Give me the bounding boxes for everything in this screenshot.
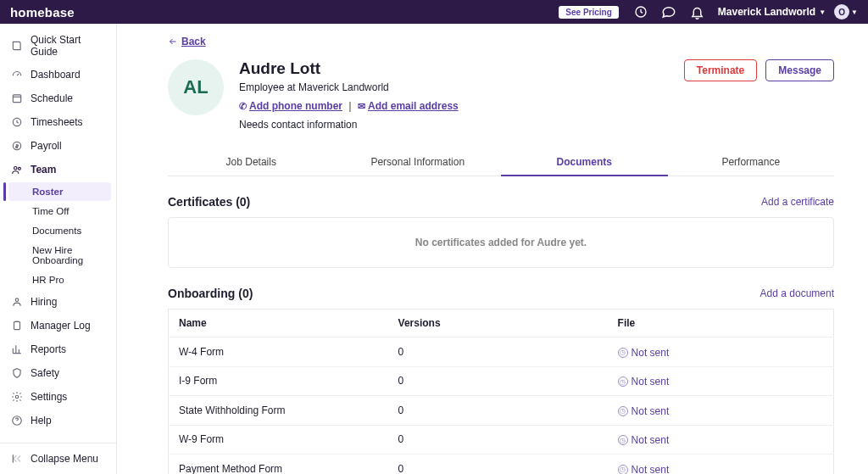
sidebar-item-schedule[interactable]: Schedule: [0, 86, 116, 110]
doc-file-status[interactable]: ◷Not sent: [618, 434, 670, 446]
person-icon: [10, 295, 24, 309]
chevron-down-icon: ▼: [851, 8, 858, 16]
contact-warning: Needs contact information: [239, 119, 459, 131]
doc-versions: 0: [388, 454, 608, 475]
terminate-button[interactable]: Terminate: [684, 59, 757, 81]
doc-file-status[interactable]: ◷Not sent: [618, 405, 670, 417]
doc-versions: 0: [388, 337, 608, 367]
history-icon[interactable]: [634, 5, 648, 19]
doc-file-status[interactable]: ◷Not sent: [618, 347, 670, 359]
sidebar-subitem-roster[interactable]: Roster: [8, 182, 111, 201]
collapse-label: Collapse Menu: [31, 453, 98, 465]
doc-name: State Withholding Form: [169, 396, 388, 426]
table-row: W-4 Form0◷Not sent: [169, 337, 834, 367]
add-document-link[interactable]: Add a document: [760, 287, 834, 299]
team-icon: [10, 163, 24, 176]
sidebar-item-team[interactable]: Team: [0, 158, 116, 181]
table-row: State Withholding Form0◷Not sent: [169, 396, 834, 426]
onboarding-title: Onboarding (0): [168, 287, 253, 300]
certificates-empty: No certificates added for Audre yet.: [168, 217, 834, 268]
phone-icon: ✆: [239, 101, 247, 111]
doc-file-status[interactable]: ◷Not sent: [618, 464, 670, 475]
sidebar-item-label: Team: [31, 164, 56, 176]
sidebar-item-timesheets[interactable]: Timesheets: [0, 110, 116, 134]
sidebar-item-label: Quick Start Guide: [31, 34, 106, 58]
sidebar-item-dashboard[interactable]: Dashboard: [0, 63, 116, 86]
col-file: File: [608, 309, 834, 337]
doc-versions: 0: [388, 425, 608, 454]
tab-performance[interactable]: Performance: [668, 149, 835, 176]
dollar-icon: [10, 139, 24, 153]
sidebar-item-label: Reports: [31, 343, 66, 355]
clipboard-icon: [10, 319, 24, 332]
bell-icon[interactable]: [690, 5, 704, 20]
col-versions: Versions: [388, 309, 608, 337]
book-icon: [10, 39, 24, 53]
sidebar-item-managerlog[interactable]: Manager Log: [0, 314, 116, 337]
svg-rect-1: [13, 95, 20, 103]
back-link[interactable]: Back: [168, 36, 206, 47]
message-button[interactable]: Message: [765, 59, 834, 81]
svg-point-5: [18, 167, 20, 170]
add-phone-link[interactable]: Add phone number: [249, 100, 342, 112]
sidebar-item-safety[interactable]: Safety: [0, 361, 116, 385]
tab-documents[interactable]: Documents: [501, 149, 668, 176]
doc-name: Payment Method Form: [169, 454, 388, 475]
table-row: W-9 Form0◷Not sent: [169, 425, 834, 454]
user-avatar[interactable]: O: [834, 4, 849, 20]
sidebar-item-label: Payroll: [31, 140, 62, 152]
see-pricing-button[interactable]: See Pricing: [559, 6, 618, 19]
doc-name: W-9 Form: [169, 425, 388, 454]
clock-small-icon: ◷: [618, 465, 628, 475]
chart-icon: [10, 343, 24, 356]
sidebar-item-settings[interactable]: Settings: [0, 385, 116, 409]
clock-small-icon: ◷: [618, 435, 628, 445]
help-icon: [10, 414, 24, 427]
collapse-icon: [10, 452, 24, 466]
col-name: Name: [169, 309, 388, 337]
add-email-link[interactable]: Add email address: [368, 100, 459, 112]
sidebar-item-label: Schedule: [31, 92, 73, 104]
doc-name: W-4 Form: [169, 337, 388, 367]
sidebar-item-payroll[interactable]: Payroll: [0, 134, 116, 158]
sidebar-item-label: Manager Log: [31, 320, 91, 332]
profile-role: Employee at Maverick Landworld: [239, 81, 459, 93]
chevron-down-icon: ▼: [819, 8, 826, 16]
doc-file-status[interactable]: ◷Not sent: [618, 376, 670, 388]
sidebar-subitem-onboarding[interactable]: New Hire Onboarding: [8, 241, 111, 270]
calendar-icon: [10, 92, 24, 105]
sidebar-item-label: Help: [31, 415, 52, 427]
onboarding-table: Name Versions File W-4 Form0◷Not sentI-9…: [168, 309, 834, 474]
arrow-left-icon: [168, 36, 178, 47]
chat-icon[interactable]: [661, 4, 676, 20]
company-switcher[interactable]: Maverick Landworld▼: [718, 6, 826, 18]
tab-personal-info[interactable]: Personal Information: [335, 149, 502, 176]
sidebar-item-hiring[interactable]: Hiring: [0, 290, 116, 314]
sidebar-item-label: Safety: [31, 367, 59, 379]
gear-icon: [10, 390, 24, 404]
doc-versions: 0: [388, 396, 608, 426]
sidebar-subitem-documents[interactable]: Documents: [8, 221, 111, 240]
sidebar-subitem-timeoff[interactable]: Time Off: [8, 202, 111, 220]
main-content: Back AL Audre Lott Employee at Maverick …: [117, 24, 868, 474]
sidebar-item-label: Dashboard: [31, 69, 81, 81]
doc-versions: 0: [388, 366, 608, 396]
profile-name: Audre Lott: [239, 59, 459, 78]
sidebar: Quick Start Guide Dashboard Schedule Tim…: [0, 24, 117, 474]
svg-point-8: [15, 395, 19, 399]
sidebar-item-help[interactable]: Help: [0, 409, 116, 432]
clock-small-icon: ◷: [618, 376, 628, 387]
collapse-menu-button[interactable]: Collapse Menu: [0, 443, 116, 474]
certificates-title: Certificates (0): [168, 195, 250, 209]
shield-icon: [10, 366, 24, 380]
add-certificate-link[interactable]: Add a certificate: [761, 196, 834, 208]
sidebar-item-quickstart[interactable]: Quick Start Guide: [0, 29, 116, 63]
topbar: homebase See Pricing Maverick Landworld▼…: [0, 0, 868, 24]
sidebar-item-reports[interactable]: Reports: [0, 337, 116, 361]
sidebar-item-label: Timesheets: [31, 116, 83, 128]
sidebar-subitem-hrpro[interactable]: HR Pro: [8, 270, 111, 289]
profile-tabs: Job Details Personal Information Documen…: [168, 149, 834, 176]
tab-job-details[interactable]: Job Details: [168, 149, 335, 176]
table-row: Payment Method Form0◷Not sent: [169, 454, 834, 475]
svg-point-4: [14, 167, 18, 170]
